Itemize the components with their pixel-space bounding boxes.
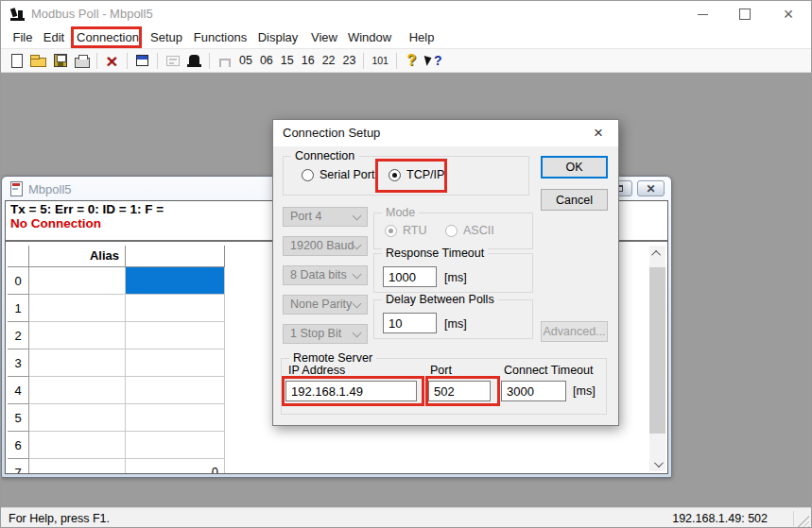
device-icon [189, 55, 199, 67]
value-cell[interactable] [126, 377, 225, 404]
value-column-header[interactable] [126, 246, 225, 267]
row-header: 7 [8, 459, 29, 473]
value-cell[interactable] [126, 322, 225, 349]
open-folder-icon [30, 58, 46, 67]
response-timeout-input[interactable] [383, 266, 437, 287]
func-22-button[interactable]: 22 [319, 51, 339, 71]
value-cell[interactable]: 0 [126, 459, 225, 473]
close-glyph: ✕ [646, 183, 655, 195]
func-06-button[interactable]: 06 [256, 51, 277, 71]
print-button[interactable] [71, 51, 93, 71]
serial-port-radio[interactable]: Serial Port [302, 168, 374, 181]
save-floppy-icon [54, 54, 67, 67]
close-icon[interactable] [769, 1, 808, 27]
row-header: 1 [8, 295, 29, 322]
status-separator [793, 511, 794, 526]
statusbar: For Help, press F1. 192.168.1.49: 502 [1, 507, 811, 528]
func-16-button[interactable]: 16 [298, 51, 319, 71]
maximize-icon[interactable] [725, 1, 765, 27]
alias-cell[interactable] [29, 377, 126, 404]
dialog-titlebar[interactable]: Connection Setup × [273, 120, 618, 146]
toolbar-separator [96, 53, 97, 69]
scroll-up-icon[interactable] [649, 246, 665, 261]
row-header: 2 [8, 322, 29, 349]
grid-corner-cell [8, 246, 29, 267]
value-cell[interactable] [126, 349, 225, 377]
alias-column-header[interactable]: Alias [29, 246, 126, 267]
alias-cell[interactable] [29, 267, 126, 295]
new-file-icon [11, 54, 23, 68]
port-label: Port [430, 364, 452, 377]
connection-setup-dialog: Connection Setup × Connection Serial Por… [272, 119, 619, 426]
ok-button[interactable]: OK [541, 156, 608, 179]
status-help-text: For Help, press F1. [9, 508, 110, 528]
delay-between-polls-input[interactable] [383, 313, 437, 333]
alias-cell[interactable] [29, 322, 126, 349]
resize-grip[interactable] [798, 516, 809, 527]
func-05-button[interactable]: 05 [235, 51, 256, 71]
pulse-icon [219, 59, 231, 67]
rtu-radio: RTU [385, 224, 426, 237]
save-button[interactable] [49, 51, 71, 71]
app-icon [9, 7, 26, 23]
advanced-button: Advanced... [541, 321, 608, 342]
highlight-port [425, 376, 500, 406]
row-header: 6 [8, 432, 29, 459]
menu-view[interactable]: View [308, 27, 340, 48]
open-file-button[interactable] [27, 51, 49, 71]
context-help-button[interactable] [423, 51, 444, 71]
dialog-close-icon[interactable]: × [586, 120, 611, 146]
connect-timeout-input[interactable] [501, 381, 566, 401]
menu-help[interactable]: Help [406, 27, 438, 48]
scrollbar-thumb[interactable] [649, 267, 665, 434]
toolbar-separator [127, 53, 128, 69]
minimize-icon[interactable] [682, 1, 722, 27]
value-cell-selected[interactable] [126, 267, 225, 295]
alias-cell[interactable] [29, 349, 126, 377]
baud-rate-select: 19200 Baud [283, 236, 368, 256]
ascii-radio: ASCII [445, 224, 494, 237]
child-close-icon[interactable]: ✕ [637, 180, 665, 196]
modbus-poll-window: Modbus Poll - Mbpoll5 File Edit Connecti… [0, 0, 812, 528]
highlight-ip-address [282, 376, 424, 406]
value-cell[interactable] [126, 404, 225, 432]
menu-file[interactable]: File [9, 27, 37, 48]
menu-edit[interactable]: Edit [40, 27, 68, 48]
pulse-button-disabled [214, 51, 235, 71]
row-header: 0 [8, 267, 29, 295]
alias-cell[interactable] [29, 295, 126, 322]
remote-server-label: Remote Server [289, 351, 376, 365]
value-cell[interactable] [126, 295, 225, 322]
scroll-down-icon[interactable] [649, 456, 665, 471]
document-icon [10, 181, 23, 196]
delay-between-polls-label: Delay Between Polls [382, 293, 498, 306]
stop-bits-select: 1 Stop Bit [283, 324, 368, 344]
alias-cell[interactable] [29, 459, 126, 473]
func-15-button[interactable]: 15 [277, 51, 298, 71]
menu-display[interactable]: Display [255, 27, 301, 48]
menu-setup[interactable]: Setup [147, 27, 186, 48]
menu-window[interactable]: Window [346, 27, 393, 48]
radio-circle-selected [385, 225, 397, 237]
response-timeout-label: Response Timeout [382, 247, 488, 260]
child-titlebar[interactable]: Mbpoll5 [10, 180, 72, 197]
device-button[interactable] [183, 51, 205, 71]
help-button[interactable] [401, 51, 423, 71]
setup-window-button[interactable] [131, 51, 153, 71]
toolbar-separator [209, 53, 210, 69]
disconnect-button[interactable] [101, 51, 123, 71]
new-file-button[interactable] [6, 51, 27, 71]
toolbar-separator [157, 53, 158, 69]
rtu-label: RTU [403, 224, 426, 237]
comm-log-button[interactable]: 101 [368, 51, 392, 71]
cancel-button[interactable]: Cancel [541, 189, 608, 211]
value-cell[interactable] [126, 432, 225, 459]
toolbar: 05 06 15 16 22 23 101 [1, 48, 811, 73]
alias-cell[interactable] [29, 432, 126, 459]
highlight-tcpip-radio [375, 159, 447, 193]
func-23-button[interactable]: 23 [339, 51, 360, 71]
menu-functions[interactable]: Functions [192, 27, 249, 48]
row-header: 4 [8, 377, 29, 404]
vertical-scrollbar[interactable] [649, 246, 665, 471]
alias-cell[interactable] [29, 404, 126, 432]
